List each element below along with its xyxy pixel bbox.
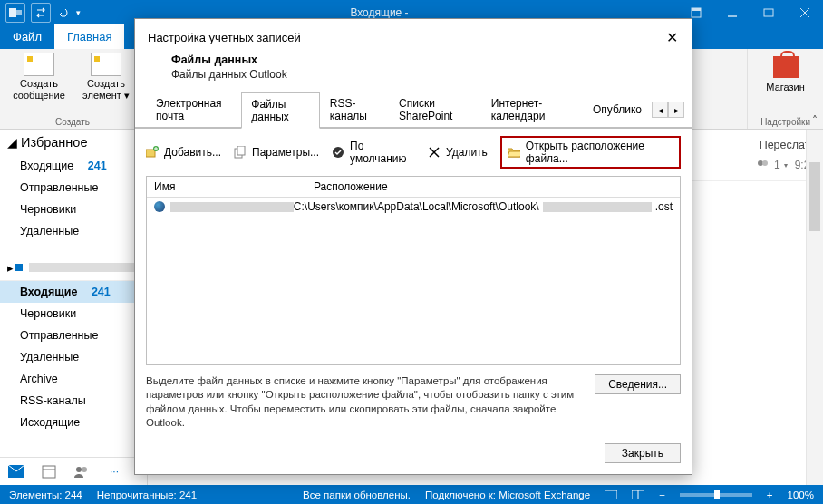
check-icon (332, 146, 344, 159)
sb-updated: Все папки обновлены. (303, 489, 411, 500)
tab-rss[interactable]: RSS-каналы (320, 92, 389, 128)
app-icon (5, 3, 25, 23)
folder-open-icon (508, 146, 520, 159)
expand-icon: ▸ (7, 261, 14, 275)
col-location[interactable]: Расположение (306, 177, 680, 197)
dialog-tabs: Электронная почта Файлы данных RSS-канал… (135, 92, 692, 129)
qat-b1[interactable] (31, 3, 51, 23)
dialog-subtitle: Файлы данных Outlook (171, 68, 679, 81)
store-button[interactable]: Магазин (766, 53, 804, 92)
store-icon (773, 56, 799, 78)
remove-button[interactable]: Удалить (428, 146, 488, 159)
cell-location: C:\Users\компик\AppData\Local\Microsoft\… (294, 200, 673, 213)
nav-more[interactable]: ··· (98, 458, 131, 485)
window-controls (678, 0, 823, 25)
recipients-indicator[interactable]: 1▾ (756, 159, 788, 171)
help-text: Выделите файл данных в списке и нажмите … (146, 374, 584, 431)
view-reading[interactable] (632, 490, 644, 499)
tab-home[interactable]: Главная (54, 24, 124, 49)
settings-button[interactable]: Параметры... (234, 146, 319, 159)
group-addins-label: Надстройки (760, 117, 810, 127)
name-redacted (170, 202, 294, 212)
folder-inbox[interactable]: Входящие 241 (0, 281, 147, 303)
collapse-ribbon-icon[interactable]: ˄ (812, 114, 818, 127)
window-title: Входящие - (81, 6, 678, 19)
folder-drafts[interactable]: Черновики (0, 303, 147, 325)
qat-undo[interactable] (56, 5, 71, 20)
new-mail-label: Создатьсообщение (13, 78, 65, 101)
datafiles-grid: Имя Расположение C:\Users\компик\AppData… (146, 176, 681, 365)
fav-drafts[interactable]: Черновики (0, 199, 147, 220)
chevron-down-icon: ▾ (784, 161, 788, 170)
grid-row[interactable]: C:\Users\компик\AppData\Local\Microsoft\… (147, 198, 680, 216)
group-create-label: Создать (55, 117, 90, 127)
fav-deleted[interactable]: Удаленные (0, 220, 147, 242)
svg-rect-18 (146, 150, 155, 157)
maximize-button[interactable] (750, 0, 787, 25)
people-icon (756, 160, 770, 170)
folder-rss[interactable]: RSS-каналы (0, 390, 147, 412)
zoom-in[interactable]: + (767, 489, 773, 500)
details-button[interactable]: Сведения... (595, 374, 681, 394)
mail-icon (8, 465, 24, 478)
tab-internet-cal[interactable]: Интернет-календари (481, 92, 583, 128)
zoom-label: 100% (788, 489, 814, 500)
tab-scroll-right[interactable]: ▸ (668, 102, 684, 118)
account-marker-icon (15, 264, 23, 271)
zoom-slider[interactable] (680, 493, 752, 497)
tab-sharepoint[interactable]: Списки SharePoint (389, 92, 481, 128)
help-area: Выделите файл данных в списке и нажмите … (135, 365, 692, 434)
sb-elements: Элементы: 244 (9, 489, 82, 500)
account-name-redacted (29, 263, 137, 272)
col-name[interactable]: Имя (147, 177, 306, 197)
dialog-subheader: Файлы данных Файлы данных Outlook (135, 50, 692, 92)
reading-icon (632, 490, 644, 499)
dialog-title: Настройка учетных записей (148, 31, 301, 44)
group-create: Создатьсообщение Создатьэлемент ▾ Создат… (0, 49, 146, 129)
minimize-button[interactable] (714, 0, 750, 25)
new-mail-icon (24, 53, 54, 76)
default-button[interactable]: По умолчанию (332, 140, 415, 165)
scrollbar-thumb[interactable] (809, 162, 820, 231)
open-location-button[interactable]: Открыть расположение файла... (500, 136, 681, 169)
svg-point-11 (76, 467, 82, 472)
statusbar: Элементы: 244 Непрочитанные: 241 Все пап… (0, 485, 823, 504)
folder-sent[interactable]: Отправленные (0, 325, 147, 346)
nav-calendar[interactable] (33, 458, 65, 485)
svg-rect-23 (237, 146, 245, 155)
zoom-out[interactable]: − (659, 489, 665, 500)
cell-name (154, 201, 294, 212)
view-normal[interactable] (605, 490, 617, 499)
svg-rect-1 (16, 10, 22, 15)
nav-people[interactable] (65, 458, 98, 485)
fav-sent[interactable]: Отправленные (0, 177, 147, 199)
new-mail-button[interactable]: Создатьсообщение (7, 53, 71, 101)
close-button[interactable] (787, 0, 823, 25)
folder-deleted[interactable]: Удаленные (0, 346, 147, 368)
grid-header: Имя Расположение (147, 177, 680, 198)
location-redacted (543, 202, 652, 212)
nav-mail[interactable] (0, 458, 33, 485)
tab-file[interactable]: Файл (0, 24, 54, 49)
sb-unread: Непрочитанные: 241 (97, 489, 197, 500)
tab-published[interactable]: Опублико (583, 98, 652, 121)
store-label: Магазин (766, 82, 804, 92)
fav-inbox[interactable]: Входящие 241 (0, 155, 147, 177)
favorites-header[interactable]: ◢ Избранное (0, 130, 147, 155)
tab-scroll-left[interactable]: ◂ (652, 102, 668, 118)
people-icon (73, 465, 90, 478)
account-header[interactable]: ▸ (0, 255, 147, 281)
reading-scrollbar[interactable] (806, 130, 823, 485)
calendar-icon (42, 464, 56, 479)
tab-datafiles[interactable]: Файлы данных (241, 92, 320, 129)
dialog-titlebar: Настройка учетных записей ✕ (135, 19, 692, 50)
close-dialog-button[interactable]: Закрыть (605, 443, 681, 463)
tab-email[interactable]: Электронная почта (146, 92, 241, 128)
add-button[interactable]: Добавить... (146, 146, 221, 159)
dialog-close-button[interactable]: ✕ (663, 28, 681, 46)
folder-outbox[interactable]: Исходящие (0, 412, 147, 433)
new-items-button[interactable]: Создатьэлемент ▾ (74, 53, 138, 101)
folder-archive[interactable]: Archive (0, 368, 147, 390)
globe-icon (154, 201, 165, 212)
close-icon (799, 7, 810, 18)
